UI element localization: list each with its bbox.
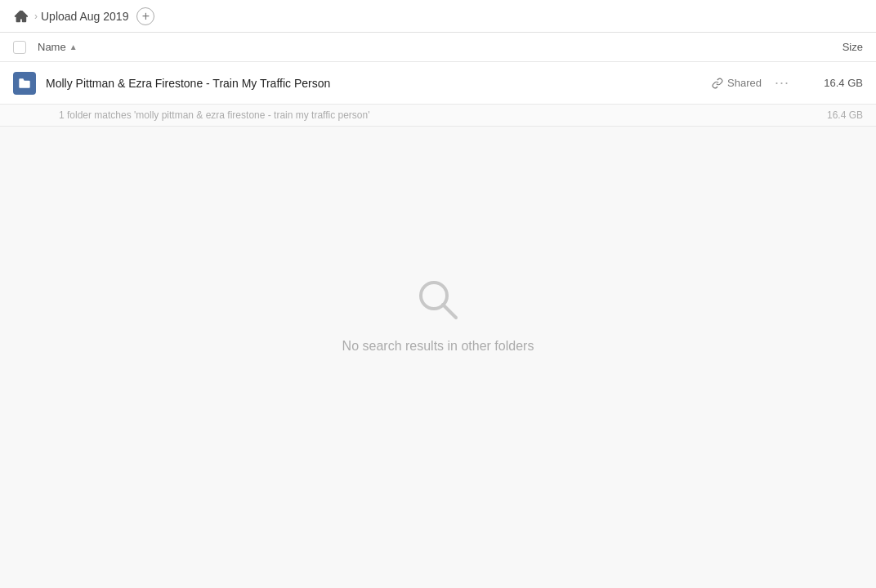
folder-icon bbox=[13, 72, 36, 95]
file-name: Molly Pittman & Ezra Firestone - Train M… bbox=[38, 77, 712, 90]
sort-arrow-icon: ▲ bbox=[69, 42, 78, 51]
shared-indicator: Shared bbox=[712, 77, 762, 89]
add-button[interactable]: + bbox=[136, 7, 154, 25]
empty-state: No search results in other folders bbox=[0, 127, 876, 354]
file-size: 16.4 GB bbox=[806, 77, 863, 89]
more-options-button[interactable]: ··· bbox=[775, 74, 789, 91]
link-folder-svg bbox=[18, 77, 31, 90]
breadcrumb-bar: › Upload Aug 2019 + bbox=[0, 0, 876, 33]
breadcrumb-separator: › bbox=[34, 11, 38, 22]
home-button[interactable] bbox=[10, 6, 31, 27]
file-icon-wrap bbox=[13, 72, 38, 95]
column-headers: Name ▲ Size bbox=[0, 33, 876, 62]
select-all-checkbox-wrap[interactable] bbox=[13, 41, 38, 54]
breadcrumb-current: Upload Aug 2019 bbox=[41, 10, 128, 23]
match-info-row: 1 folder matches 'molly pittman & ezra f… bbox=[0, 105, 876, 127]
name-label: Name bbox=[38, 41, 66, 53]
match-text: 1 folder matches 'molly pittman & ezra f… bbox=[59, 109, 806, 121]
svg-line-1 bbox=[443, 305, 456, 318]
empty-search-icon bbox=[412, 274, 464, 326]
shared-link-icon bbox=[712, 78, 723, 89]
file-row[interactable]: Molly Pittman & Ezra Firestone - Train M… bbox=[0, 62, 876, 105]
match-size: 16.4 GB bbox=[806, 109, 863, 121]
select-all-checkbox[interactable] bbox=[13, 41, 26, 54]
size-column-header: Size bbox=[798, 41, 863, 53]
shared-label: Shared bbox=[727, 77, 762, 89]
empty-text: No search results in other folders bbox=[342, 339, 534, 354]
home-icon bbox=[13, 9, 28, 24]
name-column-header[interactable]: Name ▲ bbox=[38, 41, 798, 53]
